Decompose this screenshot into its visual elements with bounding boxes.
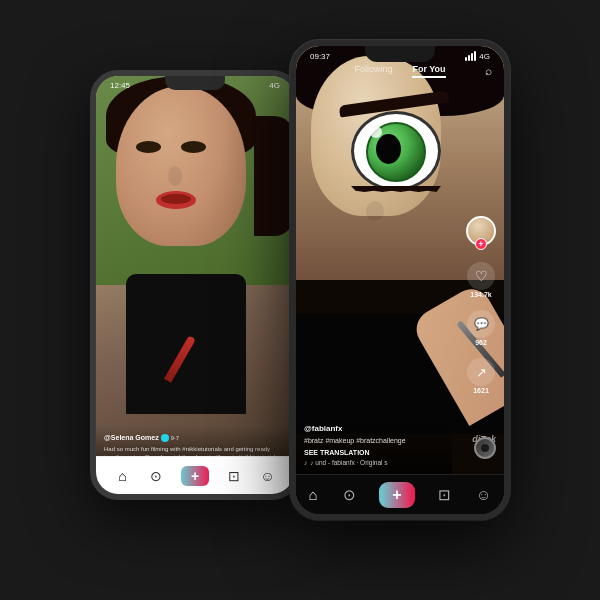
- front-nav-plus[interactable]: +: [381, 484, 413, 506]
- verified-badge: [161, 434, 169, 442]
- music-text: ♪ und - fabianfx · Original s: [310, 459, 387, 466]
- back-nav-profile[interactable]: ☺: [259, 468, 275, 484]
- back-signal: 4G: [269, 81, 280, 90]
- music-note-icon: ♪: [304, 459, 307, 466]
- back-nav-search[interactable]: ⊙: [148, 468, 164, 484]
- front-nav-profile[interactable]: ☺: [476, 486, 491, 503]
- share-count: 1621: [473, 387, 489, 394]
- back-status-bar: 12:45 4G: [96, 76, 294, 92]
- comment-icon: 💬: [474, 317, 489, 331]
- front-username: @fabianfx: [304, 424, 444, 433]
- front-nav-search[interactable]: ⊙: [343, 486, 356, 504]
- front-top-nav: Following For You: [296, 64, 504, 78]
- eye-pupil: [376, 134, 401, 164]
- front-hashtags: #bratz #makeup #bratzchallenge: [304, 436, 444, 447]
- front-bottom-overlay: @fabianfx #bratz #makeup #bratzchallenge…: [296, 416, 452, 475]
- creator-avatar-btn[interactable]: +: [466, 216, 496, 246]
- back-username: @Selena Gomez 9·7: [104, 434, 286, 442]
- back-time: 12:45: [110, 81, 130, 90]
- signal-bars: [465, 51, 476, 61]
- front-bottom-nav: ⌂ ⊙ + ⊡ ☺: [296, 474, 504, 514]
- nose: [366, 201, 384, 221]
- comment-icon-circle: 💬: [467, 310, 495, 338]
- music-row: ♪ ♪ und - fabianfx · Original s: [304, 459, 444, 466]
- back-nav-inbox[interactable]: ⊡: [226, 468, 242, 484]
- share-icon-circle: ↗: [467, 358, 495, 386]
- follow-plus-badge: +: [475, 238, 487, 250]
- front-nav-home[interactable]: ⌂: [309, 486, 318, 503]
- hair-right-decoration: [254, 116, 294, 236]
- anime-eye: [351, 111, 441, 191]
- front-search-icon[interactable]: ⌕: [485, 64, 492, 78]
- tab-for-you[interactable]: For You: [412, 64, 445, 78]
- front-plus-icon: +: [392, 486, 401, 504]
- right-actions: + ♡ 134.7k 💬 962 ↗ 1621: [466, 216, 496, 394]
- like-count: 134.7k: [470, 291, 491, 298]
- back-nav-home[interactable]: ⌂: [115, 468, 131, 484]
- share-icon: ↗: [476, 365, 487, 380]
- back-phone: 12:45 4G: [90, 70, 300, 500]
- comment-button[interactable]: 💬 962: [467, 310, 495, 346]
- share-button[interactable]: ↗ 1621: [467, 358, 495, 394]
- comment-count: 962: [475, 339, 487, 346]
- heart-icon: ♡: [475, 268, 488, 284]
- front-status-bar: 09:37 4G: [296, 46, 504, 63]
- front-time: 09:37: [310, 52, 330, 61]
- tab-following[interactable]: Following: [354, 64, 392, 78]
- like-button[interactable]: ♡ 134.7k: [467, 262, 495, 298]
- plus-icon: +: [191, 468, 199, 484]
- lashes: [351, 186, 441, 192]
- back-bottom-nav: ⌂ ⊙ + ⊡ ☺: [96, 456, 294, 494]
- like-icon-circle: ♡: [467, 262, 495, 290]
- eye-shine: [370, 126, 382, 138]
- front-phone: 09:37 4G Following For You ⌕: [290, 40, 510, 520]
- bratz-skin: [311, 56, 441, 216]
- music-disc: [474, 437, 496, 459]
- face-decoration: [116, 86, 246, 246]
- back-nav-plus[interactable]: +: [181, 466, 209, 486]
- front-nav-inbox[interactable]: ⊡: [438, 486, 451, 504]
- phones-container: 12:45 4G: [90, 40, 510, 560]
- see-translation[interactable]: SEE TRANSLATION: [304, 449, 444, 456]
- back-phone-content: @Selena Gomez 9·7 Had so much fun filmin…: [96, 76, 294, 494]
- front-signal: 4G: [479, 52, 490, 61]
